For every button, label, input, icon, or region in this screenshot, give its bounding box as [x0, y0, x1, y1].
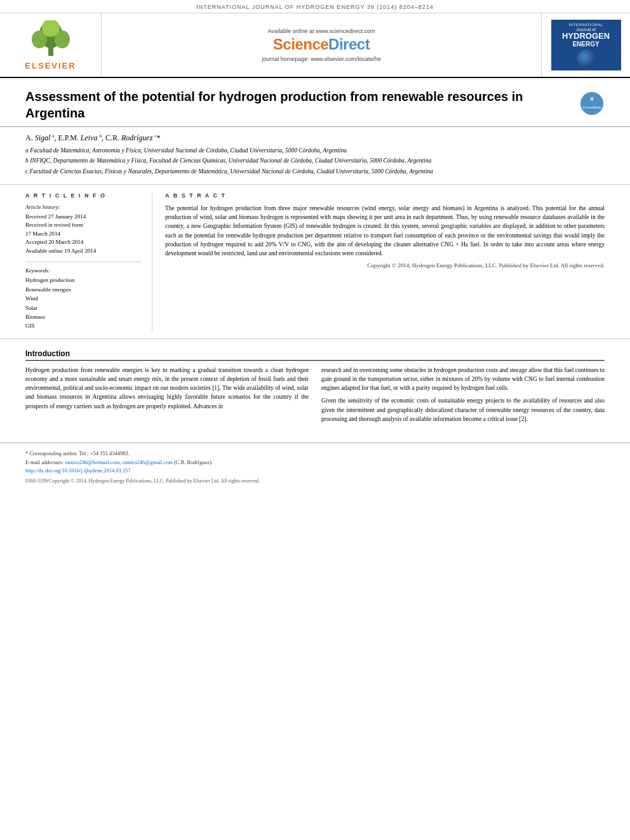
- email-1[interactable]: ramiro246@hotmail.com: [65, 459, 119, 465]
- keyword-1: Hydrogen production: [25, 276, 142, 284]
- keyword-3: Wind: [25, 294, 142, 303]
- abstract-heading: A B S T R A C T: [165, 192, 605, 199]
- branding-area: ELSEVIER Available online at www.science…: [0, 13, 630, 78]
- affiliation-c: c Facultad de Ciencias Exactas, Físicas …: [25, 168, 605, 176]
- svg-text:CrossMark: CrossMark: [582, 105, 601, 109]
- article-info-heading: A R T I C L E I N F O: [25, 192, 142, 199]
- introduction-heading: Introduction: [25, 349, 605, 361]
- authors-line: A. Sigal a, E.P.M. Leiva b, C.R. Rodrígu…: [25, 133, 605, 143]
- hydrogen-circle-icon: [577, 50, 595, 67]
- crossmark-badge[interactable]: ✕ CrossMark: [579, 91, 605, 116]
- crossmark-icon: ✕ CrossMark: [579, 91, 605, 116]
- keyword-4: Solar: [25, 303, 142, 312]
- corresponding-author-note: * Corresponding author. Tel.: +54 351 43…: [25, 450, 605, 458]
- journal-header-bar: INTERNATIONAL JOURNAL OF HYDROGEN ENERGY…: [0, 0, 630, 13]
- article-title-section: Assessment of the potential for hydrogen…: [0, 78, 630, 127]
- available-online-date: Available online 19 April 2014: [25, 247, 142, 256]
- author-sigal: A. Sigal a, E.P.M. Leiva b, C.R. Rodrígu…: [25, 133, 160, 142]
- article-main-title: Assessment of the potential for hydrogen…: [25, 88, 579, 121]
- intro-left-col: Hydrogen production from renewable energ…: [25, 366, 309, 428]
- intro-paragraph-right-2: Given the sensitivity of the economic co…: [321, 396, 605, 423]
- intro-paragraph-1: Hydrogen production from renewable energ…: [25, 366, 309, 411]
- doi-link[interactable]: http://dx.doi.org/10.1016/j.ijhydene.201…: [25, 467, 131, 474]
- article-info-col: A R T I C L E I N F O Article history: R…: [25, 192, 152, 331]
- keywords-section: Keywords: Hydrogen production Renewable …: [25, 262, 142, 330]
- hydrogen-intl-text: INTERNATIONAL: [568, 23, 603, 27]
- elsevier-tree-icon: [25, 20, 76, 58]
- elsevier-brand-text: ELSEVIER: [25, 61, 76, 70]
- article-history-label: Article history:: [25, 204, 142, 210]
- intro-paragraph-right-1: research and in overcoming some obstacle…: [321, 366, 605, 393]
- hydrogen-journal-logo: INTERNATIONAL Journal of HYDROGEN ENERGY: [551, 20, 621, 70]
- intro-right-col: research and in overcoming some obstacle…: [321, 366, 605, 428]
- authors-section: A. Sigal a, E.P.M. Leiva b, C.R. Rodrígu…: [0, 127, 630, 185]
- affiliation-a: a Facultad de Matemática, Astronomía y F…: [25, 147, 605, 155]
- email-label: E-mail addresses:: [25, 459, 64, 465]
- center-branding: Available online at www.sciencedirect.co…: [102, 13, 541, 77]
- accepted-date: Accepted 20 March 2014: [25, 238, 142, 247]
- received-date: Received 27 January 2014: [25, 213, 142, 222]
- affiliation-b: b INFIQC, Departamento de Matemática y F…: [25, 157, 605, 165]
- hydrogen-energy-word: ENERGY: [572, 41, 599, 48]
- abstract-col: A B S T R A C T The potential for hydrog…: [165, 192, 605, 331]
- email-note: E-mail addresses: ramiro246@hotmail.com,…: [25, 458, 605, 467]
- keyword-5: Biomass: [25, 312, 142, 321]
- article-info-abstract-section: A R T I C L E I N F O Article history: R…: [0, 185, 630, 339]
- svg-text:✕: ✕: [589, 96, 594, 102]
- issn-text: 0360-3199/Copyright © 2014, Hydrogen Ene…: [25, 478, 605, 484]
- journal-homepage-text: journal homepage: www.elsevier.com/locat…: [262, 56, 381, 62]
- footer-section: * Corresponding author. Tel.: +54 351 43…: [0, 443, 630, 488]
- keyword-6: GIS: [25, 321, 142, 330]
- hydrogen-main-word: HYDROGEN: [562, 32, 610, 41]
- revised-date: 17 March 2014: [25, 230, 142, 239]
- sciencedirect-brand: ScienceDirect: [273, 36, 370, 53]
- email-suffix: (C.R. Rodríguez).: [174, 459, 213, 465]
- keywords-label: Keywords:: [25, 267, 142, 274]
- corresponding-author-text: * Corresponding author. Tel.: +54 351 43…: [25, 450, 130, 457]
- hydrogen-logo-block: INTERNATIONAL Journal of HYDROGEN ENERGY: [541, 13, 630, 77]
- email-2[interactable]: ramiro246@gmail.com: [123, 459, 173, 465]
- journal-title-bar: INTERNATIONAL JOURNAL OF HYDROGEN ENERGY…: [196, 4, 434, 10]
- available-online-text: Available online at www.sciencedirect.co…: [268, 28, 375, 34]
- abstract-text: The potential for hydrogen production fr…: [165, 204, 605, 258]
- introduction-section: Introduction Hydrogen production from re…: [0, 339, 630, 438]
- elsevier-logo-block: ELSEVIER: [0, 13, 102, 77]
- keyword-2: Renewable energies: [25, 285, 142, 294]
- abstract-copyright: Copyright © 2014, Hydrogen Energy Public…: [165, 262, 605, 270]
- received-revised-label: Received in revised form: [25, 221, 142, 230]
- intro-two-col: Hydrogen production from renewable energ…: [25, 366, 605, 428]
- doi-note: http://dx.doi.org/10.1016/j.ijhydene.201…: [25, 467, 605, 476]
